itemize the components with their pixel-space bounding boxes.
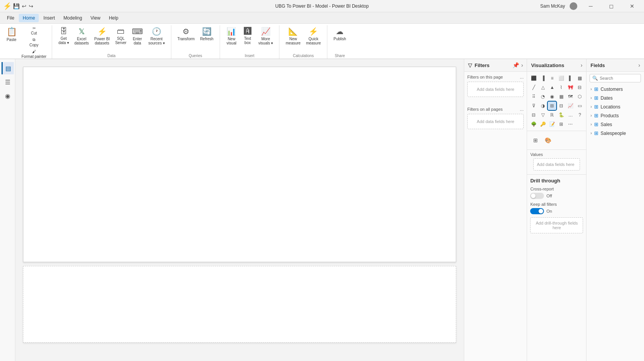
filters-this-page-drop[interactable]: Add data fields here <box>467 82 524 97</box>
viz-decomp-tree[interactable]: 🌳 <box>529 120 538 128</box>
menu-view[interactable]: View <box>87 14 104 22</box>
field-item-locations[interactable]: › ⊞ Locations <box>586 102 644 111</box>
viz-table[interactable]: ⊞ <box>548 102 556 110</box>
recent-sources-button[interactable]: 🕐 Recentsources ▾ <box>146 25 167 47</box>
fields-expand-icon[interactable]: › <box>638 62 640 68</box>
viz-r-visual[interactable]: ℝ <box>548 111 556 119</box>
format-painter-button[interactable]: 🖌 Format painter <box>20 49 48 59</box>
drill-through-drop[interactable]: Add drill-through fields here <box>530 217 583 233</box>
viz-format-icon[interactable]: 🎨 <box>542 135 553 146</box>
filters-all-pages-drop[interactable]: Add data fields here <box>467 114 524 129</box>
menu-home[interactable]: Home <box>19 14 39 22</box>
sidebar-item-model[interactable]: ◉ <box>2 90 14 102</box>
field-item-dates[interactable]: › ⊞ Dates <box>586 94 644 102</box>
field-item-products[interactable]: › ⊞ Products <box>586 111 644 120</box>
save-icon[interactable]: 💾 <box>13 3 20 9</box>
cross-report-toggle[interactable] <box>530 193 544 199</box>
keep-all-filters-label: Keep all filters <box>530 202 583 207</box>
quick-measure-button[interactable]: ⚡ Quickmeasure <box>304 25 323 47</box>
refresh-button[interactable]: 🔄 Refresh <box>198 25 216 43</box>
viz-scatter[interactable]: ⠿ <box>529 92 538 101</box>
viz-more[interactable]: … <box>566 111 575 119</box>
field-item-sales[interactable]: › ⊞ Sales <box>586 120 644 129</box>
powerbi-datasets-button[interactable]: ⚡ Power BIdatasets <box>92 25 112 47</box>
viz-map[interactable]: 🗺 <box>566 92 575 101</box>
menu-modeling[interactable]: Modeling <box>59 14 86 22</box>
viz-line[interactable]: ╱ <box>529 83 538 92</box>
quick-access-toolbar[interactable]: 💾 ↩ ↪ <box>13 3 33 9</box>
sidebar-item-report[interactable]: ▤ <box>2 62 14 74</box>
new-visual-button[interactable]: 📊 Newvisual <box>224 25 239 47</box>
viz-100pct-bar[interactable]: ≡ <box>548 74 556 82</box>
viz-filled-map[interactable]: ⬡ <box>575 92 584 101</box>
viz-stacked-area[interactable]: ▲ <box>548 83 556 92</box>
viz-python[interactable]: 🐍 <box>557 111 565 119</box>
viz-gauge[interactable]: ◑ <box>539 102 547 110</box>
viz-more2[interactable]: ⋯ <box>566 120 575 128</box>
fields-search-box[interactable]: 🔍 <box>590 74 641 82</box>
viz-area[interactable]: △ <box>539 83 547 92</box>
viz-card[interactable]: ▭ <box>575 102 584 110</box>
viz-treemap[interactable]: ▦ <box>557 92 565 101</box>
viz-expand-icon[interactable]: › <box>581 62 583 68</box>
text-box-button[interactable]: 🅰 Textbox <box>240 25 255 46</box>
viz-smart-narrative[interactable]: 📝 <box>548 120 556 128</box>
undo-icon[interactable]: ↩ <box>22 3 26 9</box>
get-data-button[interactable]: 🗄 Getdata ▾ <box>56 25 71 46</box>
menu-insert[interactable]: Insert <box>39 14 59 22</box>
viz-slicer[interactable]: ▽ <box>539 111 547 119</box>
cut-button[interactable]: ✂ Cut <box>20 25 48 36</box>
viz-ribbon[interactable]: 🎀 <box>566 83 575 92</box>
viz-qa[interactable]: ? <box>575 111 584 119</box>
sql-server-button[interactable]: 🗃 SQLServer <box>113 25 128 46</box>
viz-clustered-bar[interactable]: ▐ <box>539 74 547 82</box>
canvas-area[interactable] <box>15 59 464 361</box>
app-icon: ⚡ <box>3 2 12 10</box>
restore-button[interactable]: ◻ <box>603 0 620 12</box>
filters-all-pages-more[interactable]: … <box>519 107 524 112</box>
filters-expand-icon[interactable]: › <box>521 62 523 68</box>
viz-matrix[interactable]: ⊟ <box>557 102 565 110</box>
more-visuals-button[interactable]: 📈 Morevisuals ▾ <box>256 25 275 47</box>
viz-multirow-card[interactable]: ⊟ <box>529 111 538 119</box>
canvas-page-bottom[interactable] <box>23 266 456 343</box>
close-button[interactable]: ✕ <box>623 0 641 12</box>
viz-100pct-col[interactable]: ▩ <box>575 74 584 82</box>
locations-expand-icon: › <box>590 105 591 109</box>
menu-help[interactable]: Help <box>105 14 122 22</box>
viz-kpi[interactable]: 📈 <box>566 102 575 110</box>
viz-clustered-col[interactable]: ▌ <box>566 74 575 82</box>
viz-fields-icon[interactable]: ⊞ <box>530 135 541 146</box>
redo-icon[interactable]: ↪ <box>29 3 33 9</box>
viz-line-col[interactable]: ⌇ <box>557 83 565 92</box>
viz-key-influencers[interactable]: 🔑 <box>539 120 547 128</box>
window-controls[interactable]: ─ ◻ ✕ <box>582 0 641 12</box>
viz-stacked-col[interactable]: ⬜ <box>557 74 565 82</box>
field-item-customers[interactable]: › ⊞ Customers <box>586 85 644 94</box>
sidebar-item-data[interactable]: ☰ <box>2 76 14 88</box>
salespeople-table-icon: ⊞ <box>594 130 598 136</box>
search-input[interactable] <box>600 76 638 80</box>
filters-section-more[interactable]: … <box>519 75 524 79</box>
viz-funnel[interactable]: ⊽ <box>529 102 538 110</box>
viz-donut[interactable]: ◉ <box>548 92 556 101</box>
viz-waterfall[interactable]: ⊟ <box>575 83 584 92</box>
field-item-salespeople[interactable]: › ⊞ Salespeople <box>586 129 644 138</box>
publish-button[interactable]: ☁ Publish <box>331 25 348 43</box>
keep-all-filters-toggle[interactable] <box>530 208 544 214</box>
transform-button[interactable]: ⚙ Transform <box>175 25 197 43</box>
canvas-page[interactable] <box>23 67 456 262</box>
new-measure-button[interactable]: 📐 Newmeasure <box>283 25 303 47</box>
minimize-button[interactable]: ─ <box>582 0 600 12</box>
viz-paginated[interactable]: ⊞ <box>557 120 565 128</box>
excel-datasets-button[interactable]: 𝕏 Exceldatasets <box>72 25 91 47</box>
copy-button[interactable]: ⧉ Copy <box>20 37 48 48</box>
filters-pin-icon[interactable]: 📌 <box>513 62 519 68</box>
menu-file[interactable]: File <box>3 14 18 22</box>
viz-pie[interactable]: ◔ <box>539 92 547 101</box>
viz-values-drop[interactable]: Add data fields here <box>533 158 580 171</box>
viz-stacked-bar[interactable]: ⬛ <box>529 74 538 82</box>
paste-button[interactable]: 📋 Paste <box>4 25 19 43</box>
customers-name: Customers <box>601 87 623 92</box>
enter-data-button[interactable]: ⌨ Enterdata <box>130 25 145 47</box>
